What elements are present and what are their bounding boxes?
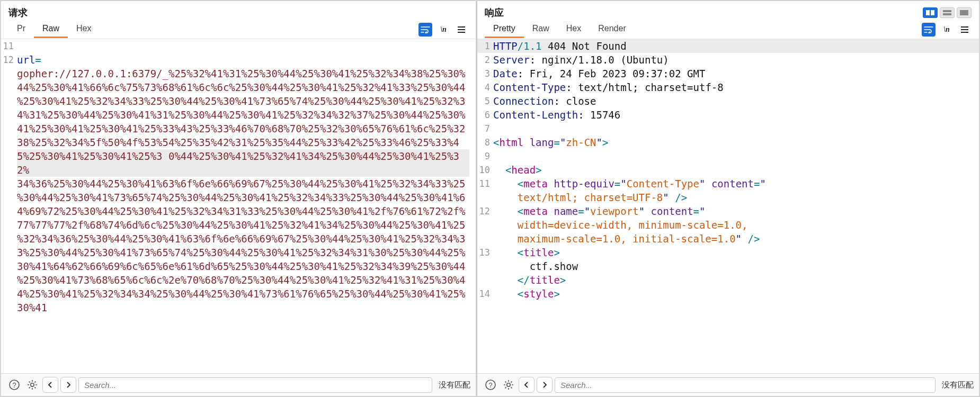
tab-raw-resp[interactable]: Raw [524,21,558,38]
menu-icon[interactable] [455,23,468,37]
svg-rect-5 [943,10,951,12]
tab-pretty[interactable]: Pretty [485,21,524,38]
no-match-label: 没有匹配 [439,380,470,390]
svg-rect-6 [943,13,951,15]
tab-pr[interactable]: Pr [8,21,34,38]
view-mode-buttons [923,7,972,18]
view-single-icon[interactable] [957,7,972,18]
gear-icon[interactable] [501,377,516,393]
response-title: 响应 [485,6,504,19]
svg-point-10 [507,383,510,386]
newline-icon[interactable]: \n [940,23,954,37]
svg-rect-3 [926,10,930,15]
next-button[interactable] [60,377,76,393]
no-match-label: 没有匹配 [942,380,974,390]
request-title: 请求 [8,6,28,19]
help-icon[interactable]: ? [483,377,498,393]
response-tabbar: Pretty Raw Hex Render \n [477,20,979,39]
prev-button[interactable] [519,377,534,393]
svg-text:?: ? [488,381,492,389]
newline-icon[interactable]: \n [436,23,450,37]
response-code[interactable]: 1HTTP/1.1 404 Not Found2Server: nginx/1.… [477,39,979,373]
tab-hex-resp[interactable]: Hex [558,21,590,38]
svg-rect-4 [931,10,934,15]
search-input[interactable] [78,377,432,393]
svg-rect-7 [960,10,968,15]
request-code[interactable]: 1112url=gopher://127.0.0.1:6379/_%25%32%… [1,39,476,373]
tab-hex[interactable]: Hex [68,21,100,38]
svg-point-2 [31,383,34,386]
svg-text:?: ? [12,381,16,389]
request-footer: ? 没有匹配 [1,373,476,396]
view-split-icon[interactable] [923,7,938,18]
next-button[interactable] [537,377,553,393]
response-pane: 响应 Pretty Raw Hex Render \n 1HTTP/1.1 40… [476,1,979,396]
search-input[interactable] [555,377,936,393]
tab-render[interactable]: Render [590,21,634,38]
help-icon[interactable]: ? [6,377,22,393]
gear-icon[interactable] [24,377,40,393]
tab-raw[interactable]: Raw [34,21,68,38]
wrap-icon[interactable] [922,23,936,37]
prev-button[interactable] [42,377,58,393]
menu-icon[interactable] [958,23,972,37]
request-pane: 请求 Pr Raw Hex \n 1112url=gopher://127.0.… [1,1,476,396]
response-footer: ? 没有匹配 [477,373,979,396]
wrap-icon[interactable] [418,23,432,37]
view-stack-icon[interactable] [940,7,955,18]
request-tabbar: Pr Raw Hex \n [1,20,476,39]
